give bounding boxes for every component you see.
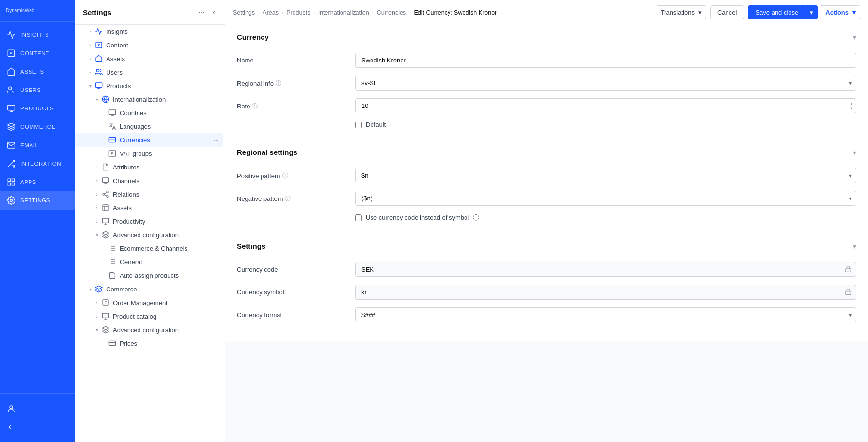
settings-collapse-button[interactable]: ‹ [211, 7, 217, 17]
tree-item-products[interactable]: ▾ Products [75, 79, 223, 92]
breadcrumb-current: Edit Currency: Swedish Kronor [414, 9, 496, 16]
svg-rect-6 [12, 179, 15, 181]
breadcrumb-areas[interactable]: Areas [263, 9, 279, 16]
settings-more-button[interactable]: ··· [196, 7, 206, 17]
breadcrumb-internationalization[interactable]: Internationalization [318, 9, 369, 16]
tree-label-ecommerce-channels: Ecommerce & Channels [120, 245, 219, 252]
save-close-button[interactable]: Save and close [748, 5, 806, 19]
tree-item-insights[interactable]: › Insights [75, 25, 223, 38]
tree-item-adv-config[interactable]: ▾ Advanced configuration [75, 228, 223, 242]
tree-label-general: General [120, 259, 219, 266]
rate-input[interactable] [355, 98, 856, 113]
save-close-btn-group: Save and close ▾ [748, 5, 818, 19]
tree-item-auto-assign[interactable]: › Auto-assign products [75, 269, 223, 282]
nav-item-user[interactable] [0, 399, 75, 418]
save-close-dropdown-button[interactable]: ▾ [806, 5, 818, 19]
nav-item-settings[interactable]: SETTINGS [0, 191, 75, 210]
settings-header-actions: ··· ‹ [196, 7, 217, 17]
nav-item-insights[interactable]: INSIGHTS [0, 26, 75, 44]
regional-info-help-icon[interactable]: ⓘ [276, 79, 281, 88]
nav-item-products[interactable]: PRODUCTS [0, 99, 75, 118]
tree-item-adv-config2[interactable]: ▾ Advanced configuration [75, 323, 223, 336]
products-icon [7, 104, 16, 113]
settings-section-header[interactable]: Settings ▾ [225, 234, 868, 258]
nav-item-users[interactable]: USERS [0, 81, 75, 99]
nav-item-content[interactable]: CONTENT [0, 44, 75, 62]
name-input[interactable] [355, 53, 856, 68]
tree-item-prices[interactable]: › Prices [75, 336, 223, 350]
svg-point-9 [10, 199, 13, 202]
tree-label-users: Users [106, 69, 219, 76]
actions-button[interactable]: Actions ▾ [822, 5, 860, 19]
regional-settings-section-header[interactable]: Regional settings ▾ [225, 140, 868, 164]
tree-item-currencies[interactable]: › Currencies ··· [75, 133, 223, 147]
currency-symbol-input[interactable] [355, 285, 856, 300]
default-label[interactable]: Default [366, 121, 386, 128]
nav-item-back[interactable] [0, 418, 75, 436]
tree-item-users[interactable]: › Users [75, 65, 223, 79]
tree-item-languages[interactable]: › Languages [75, 120, 223, 133]
nav-item-email[interactable]: EMAIL [0, 136, 75, 154]
tree-item-channels[interactable]: › Channels [75, 174, 223, 187]
nav-item-assets[interactable]: ASSETS [0, 62, 75, 81]
currency-section-header[interactable]: Currency ▾ [225, 25, 868, 49]
nav-item-commerce[interactable]: COMMERCE [0, 118, 75, 136]
tree-item-general[interactable]: › General [75, 255, 223, 269]
positive-pattern-help-icon[interactable]: ⓘ [282, 172, 288, 180]
cancel-button[interactable]: Cancel [710, 5, 744, 19]
topbar-actions: Translations ▾ Cancel Save and close ▾ [657, 5, 860, 19]
positive-pattern-label: Positive pattern ⓘ [237, 168, 343, 180]
svg-rect-39 [102, 313, 108, 318]
currency-section-content: Name Regional info ⓘ sv-SE [225, 49, 868, 140]
tree-item-commerce[interactable]: ▾ Commerce [75, 282, 223, 296]
breadcrumb-currencies[interactable]: Currencies [377, 9, 406, 16]
rate-increment-button[interactable]: ▲ [849, 101, 854, 106]
breadcrumb-products[interactable]: Products [286, 9, 310, 16]
currency-symbol-lock-icon [845, 288, 852, 296]
default-checkbox[interactable] [355, 122, 362, 128]
positive-pattern-control: $n n$ $ n n $ [355, 168, 856, 183]
currency-code-input[interactable] [355, 262, 856, 277]
tree-item-attributes[interactable]: › Attributes [75, 160, 223, 174]
tree-item-assets[interactable]: › Assets [75, 52, 223, 65]
tree-item-vat-groups[interactable]: › VAT groups [75, 147, 223, 160]
positive-pattern-select[interactable]: $n n$ $ n n $ [355, 168, 856, 183]
tree-item-relations[interactable]: › Relations [75, 187, 223, 201]
tree-item-order-management[interactable]: › Order Management [75, 296, 223, 309]
settings-section: Settings ▾ Currency code [225, 234, 868, 342]
tree-item-product-catalog[interactable]: › Product catalog [75, 309, 223, 323]
tree-label-languages: Languages [120, 123, 219, 130]
tree-item-ecommerce-channels[interactable]: › Ecommerce & Channels [75, 242, 223, 255]
svg-rect-41 [846, 268, 851, 271]
ecommerce-tree-icon [108, 244, 117, 253]
translations-button[interactable]: Translations ▾ [657, 5, 706, 19]
negative-pattern-select[interactable]: ($n) -$n $-n $n- [355, 191, 856, 206]
tree-item-countries[interactable]: › Countries [75, 106, 223, 120]
nav-item-integration[interactable]: INTEGRATION [0, 154, 75, 173]
save-close-label: Save and close [755, 9, 798, 16]
tree-item-content[interactable]: › Content [75, 38, 223, 52]
commerce-tree-icon [94, 285, 103, 293]
tree-label-internationalization: Internationalization [113, 96, 219, 103]
use-currency-code-label[interactable]: Use currency code instead of symbol ⓘ [366, 213, 479, 222]
brand-name[interactable]: DynamicWeb [6, 8, 69, 14]
relations-tree-icon [101, 190, 110, 198]
chevron-right-rel: › [93, 191, 100, 198]
tree-item-assets2[interactable]: › Assets [75, 201, 223, 214]
rate-help-icon[interactable]: ⓘ [252, 102, 258, 110]
negative-pattern-help-icon[interactable]: ⓘ [285, 195, 291, 203]
rate-decrement-button[interactable]: ▼ [849, 106, 854, 111]
tree-item-internationalization[interactable]: ▾ Internationalization [75, 92, 223, 106]
svg-point-1 [9, 87, 12, 90]
nav-item-apps[interactable]: APPS [0, 173, 75, 191]
regional-info-select[interactable]: sv-SE en-US de-DE fr-FR [355, 76, 856, 91]
tree-item-productivity[interactable]: › Productivity [75, 214, 223, 228]
integration-icon [7, 159, 16, 168]
use-currency-code-checkbox[interactable] [355, 214, 362, 221]
currency-format-select[interactable]: $### #,### #.### [355, 307, 856, 322]
use-currency-code-help-icon[interactable]: ⓘ [473, 214, 479, 221]
chevron-right-icon2: › [87, 42, 93, 48]
breadcrumb-settings[interactable]: Settings [233, 9, 255, 16]
vat-tree-icon [108, 149, 117, 158]
currencies-menu-icon[interactable]: ··· [213, 136, 219, 144]
